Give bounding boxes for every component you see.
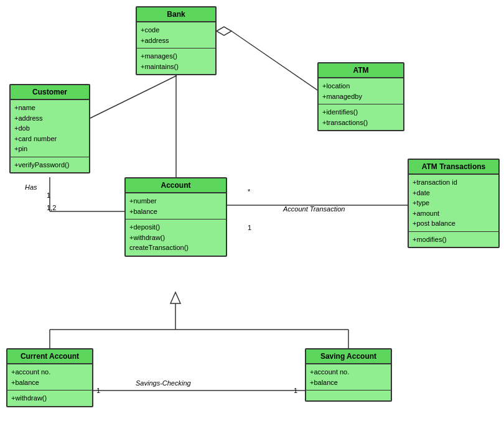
class-atm-attributes: +location +managedby — [319, 78, 403, 104]
class-account: Account +number +balance +deposit() +wit… — [124, 177, 227, 257]
class-current-account-attributes: +account no. +balance — [7, 364, 92, 390]
class-saving-account-attributes: +account no. +balance — [306, 364, 391, 390]
class-current-account-header: Current Account — [7, 349, 92, 364]
class-account-methods: +deposit() +withdraw() createTransaction… — [126, 220, 226, 256]
mult-12-has: 1,2 — [47, 204, 56, 211]
inheritance-triangle — [170, 292, 180, 303]
class-atm-methods: +identifies() +transactions() — [319, 104, 403, 130]
mult-star-account: * — [248, 188, 250, 195]
class-atm-header: ATM — [319, 63, 403, 78]
mult-1-current: 1 — [96, 387, 100, 394]
class-bank: Bank +code +address +manages() +maintain… — [136, 6, 217, 75]
class-atm-transactions: ATM Transactions +transaction id +date +… — [408, 159, 500, 248]
class-atm: ATM +location +managedby +identifies() +… — [317, 62, 404, 131]
class-account-attributes: +number +balance — [126, 193, 226, 220]
line-bank-customer — [90, 76, 176, 118]
class-atm-transactions-header: ATM Transactions — [409, 160, 498, 175]
class-atm-transactions-name: ATM Transactions — [422, 162, 485, 171]
mult-1-has: 1 — [47, 192, 50, 199]
class-current-account-name: Current Account — [21, 352, 79, 361]
class-bank-name: Bank — [167, 10, 185, 19]
class-current-account-methods: +withdraw() — [7, 390, 92, 406]
class-saving-account-placeholder — [306, 390, 391, 400]
class-atm-transactions-methods: +modifies() — [409, 232, 498, 247]
label-account-transaction: Account Transaction — [283, 205, 345, 213]
class-saving-account-name: Saving Account — [320, 352, 376, 361]
class-atm-transactions-attributes: +transaction id +date +type +amount +pos… — [409, 175, 498, 232]
class-customer-header: Customer — [11, 85, 89, 100]
class-bank-attributes: +code +address — [137, 22, 215, 49]
class-customer-attributes: +name +address +dob +card number +pin — [11, 100, 89, 157]
class-atm-name: ATM — [353, 66, 368, 75]
uml-diagram: Bank +code +address +manages() +maintain… — [0, 0, 504, 439]
class-bank-methods: +manages() +maintains() — [137, 49, 215, 74]
label-has: Has — [25, 183, 37, 191]
mult-1-saving: 1 — [294, 387, 297, 394]
class-bank-header: Bank — [137, 7, 215, 22]
class-saving-account: Saving Account +account no. +balance — [305, 348, 392, 402]
aggregation-diamond-bank-atm — [217, 27, 231, 35]
class-customer-name: Customer — [32, 88, 67, 96]
class-current-account: Current Account +account no. +balance +w… — [6, 348, 93, 407]
label-savings-checking: Savings-Checking — [136, 379, 191, 387]
class-saving-account-header: Saving Account — [306, 349, 391, 364]
mult-1-account: 1 — [248, 224, 251, 231]
class-account-name: Account — [161, 181, 191, 190]
line-bank-atm — [231, 31, 317, 90]
class-customer-methods: +verifyPassword() — [11, 157, 89, 173]
class-account-header: Account — [126, 178, 226, 193]
class-customer: Customer +name +address +dob +card numbe… — [9, 84, 90, 173]
